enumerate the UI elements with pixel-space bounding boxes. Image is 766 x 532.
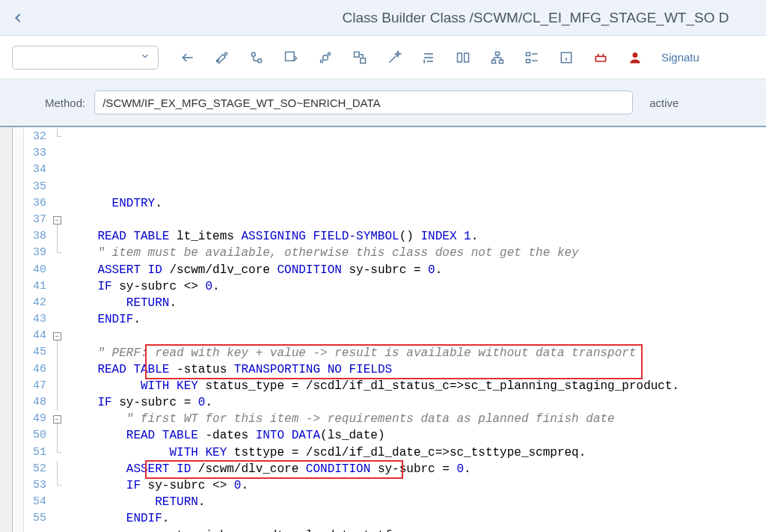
line-number: 53	[24, 477, 49, 494]
svg-rect-19	[492, 60, 496, 63]
svg-rect-8	[355, 52, 360, 57]
svg-rect-20	[500, 60, 503, 63]
svg-point-6	[328, 52, 330, 55]
code-line[interactable]: WITH KEY tsttype = /scdl/if_dl_date_c=>s…	[64, 444, 766, 461]
line-number: 32	[24, 129, 49, 145]
code-line[interactable]	[64, 328, 766, 344]
method-bar: Method: active	[0, 79, 766, 126]
line-number: 52	[24, 461, 49, 477]
svg-point-35	[633, 52, 638, 58]
breakpoint-button[interactable]	[585, 44, 616, 71]
code-line[interactable]: RETURN.	[64, 295, 766, 311]
line-number: 55	[24, 510, 49, 527]
line-number: 41	[24, 278, 49, 295]
info-button[interactable]	[551, 44, 582, 71]
svg-point-2	[251, 52, 255, 56]
code-line[interactable]: ENDIF.	[64, 510, 766, 527]
line-number-gutter: 3233343536373839404142434445464748495051…	[24, 127, 49, 532]
code-line[interactable]: ENDTRY.	[64, 195, 766, 212]
marker-bar	[13, 127, 24, 532]
user-breakpoint-button[interactable]	[619, 44, 651, 71]
chevron-down-icon	[140, 51, 150, 64]
code-line[interactable]: IF sy-subrc = 0.	[64, 394, 766, 411]
code-line[interactable]: READ TABLE -status TRANSPORTING NO FIELD…	[64, 361, 766, 378]
code-line[interactable]: " item must be available, otherwise this…	[64, 245, 766, 261]
line-number: 43	[24, 311, 49, 328]
code-line[interactable]: ASSERT ID /scwm/dlv_core CONDITION sy-su…	[64, 262, 766, 278]
line-number: 42	[24, 295, 49, 311]
line-number: 33	[24, 145, 49, 162]
line-number: 34	[24, 162, 49, 178]
line-number: 49	[24, 411, 49, 427]
svg-rect-17	[465, 53, 469, 62]
page-title: Class Builder Class /SCWM/CL_EI_MFG_STAG…	[36, 10, 766, 26]
code-line[interactable]: " first WT for this item -> requirements…	[64, 411, 766, 427]
line-number: 51	[24, 444, 49, 461]
vertical-scrollbar[interactable]	[0, 127, 13, 532]
line-number: 54	[24, 494, 49, 510]
svg-point-7	[320, 60, 322, 62]
line-number: 48	[24, 394, 49, 411]
code-line[interactable]: IF sy-subrc <> 0.	[64, 278, 766, 295]
svg-line-12	[389, 55, 396, 62]
method-input[interactable]	[94, 91, 633, 114]
svg-rect-9	[361, 58, 366, 63]
command-combo[interactable]	[12, 46, 159, 70]
svg-rect-18	[496, 52, 500, 55]
code-line[interactable]: ASSERT ID /scwm/dlv_core CONDITION sy-su…	[64, 461, 766, 477]
svg-rect-25	[527, 52, 530, 55]
toolbar: Signatu	[0, 36, 766, 79]
svg-point-1	[224, 52, 227, 55]
line-number: 35	[24, 179, 49, 195]
code-line[interactable]: READ TABLE lt_items ASSIGNING FIELD-SYMB…	[64, 228, 766, 245]
code-line[interactable]: READ TABLE -dates INTO DATA(ls_date)	[64, 427, 766, 444]
svg-point-3	[258, 58, 262, 62]
split-button[interactable]	[447, 44, 479, 71]
code-line[interactable]: IF sy-subrc <> 0.	[64, 477, 766, 494]
code-line[interactable]: WITH KEY status_type = /scdl/if_dl_statu…	[64, 378, 766, 394]
edit-button[interactable]	[206, 44, 238, 71]
check-button[interactable]	[241, 44, 272, 71]
activate-button[interactable]	[275, 44, 307, 71]
method-label: Method:	[45, 97, 85, 109]
fold-gutter[interactable]: −−−	[49, 127, 64, 532]
line-number: 47	[24, 378, 49, 394]
line-number: 45	[24, 344, 49, 361]
svg-point-5	[323, 55, 328, 60]
code-line[interactable]: RETURN.	[64, 494, 766, 510]
signature-link[interactable]: Signatu	[661, 51, 699, 64]
line-number: 36	[24, 195, 49, 212]
code-editor[interactable]: 3233343536373839404142434445464748495051…	[0, 126, 766, 532]
status-label: active	[649, 97, 678, 109]
line-number: 39	[24, 245, 49, 261]
back-arrow-button[interactable]	[172, 44, 203, 71]
code-line[interactable]: ENDIF.	[64, 311, 766, 328]
line-number: 40	[24, 262, 49, 278]
outline-button[interactable]	[516, 44, 548, 71]
back-button[interactable]	[0, 0, 36, 36]
line-number: 38	[24, 228, 49, 245]
wizard-button[interactable]	[379, 44, 410, 71]
app-header: Class Builder Class /SCWM/CL_EI_MFG_STAG…	[0, 0, 766, 36]
svg-rect-4	[286, 52, 295, 61]
line-number: 37	[24, 212, 49, 228]
code-area[interactable]: ENDTRY. READ TABLE lt_items ASSIGNING FI…	[64, 127, 766, 532]
code-line[interactable]	[64, 212, 766, 228]
line-number: 44	[24, 328, 49, 344]
code-line[interactable]: " PERF: read with key + value -> result …	[64, 345, 766, 361]
test-button[interactable]	[310, 44, 341, 71]
svg-rect-16	[458, 53, 462, 62]
svg-rect-32	[595, 56, 605, 61]
svg-rect-26	[527, 59, 530, 62]
where-used-button[interactable]	[344, 44, 376, 71]
hierarchy-button[interactable]	[482, 44, 513, 71]
line-number: 46	[24, 361, 49, 378]
line-number: 50	[24, 427, 49, 444]
pretty-print-button[interactable]	[413, 44, 444, 71]
code-line[interactable]: cs_create-pick_comp_dt = ls_date-tstfr.	[64, 528, 766, 532]
